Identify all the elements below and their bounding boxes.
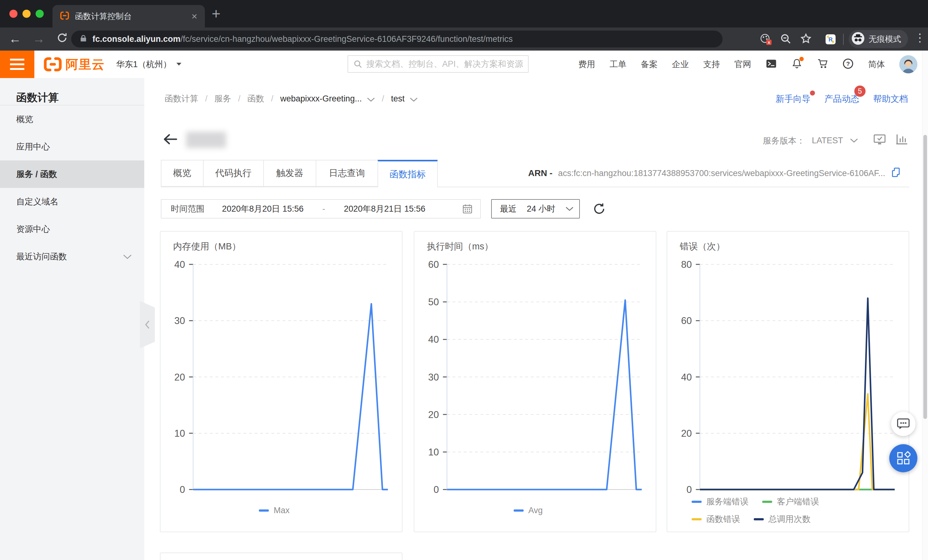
legend-swatch: [762, 501, 772, 503]
region-label: 华东1（杭州）: [116, 59, 171, 70]
chevron-down-icon[interactable]: [367, 95, 375, 104]
apps-shortcut-button[interactable]: [889, 444, 917, 472]
quick-range-select[interactable]: 最近 24 小时: [491, 199, 580, 218]
nav-item-website[interactable]: 官网: [734, 59, 751, 70]
sidebar-item-app-center[interactable]: 应用中心: [0, 133, 144, 160]
tab-function-metrics[interactable]: 函数指标: [377, 160, 438, 187]
breadcrumb-service[interactable]: 服务: [215, 93, 231, 104]
help-icon[interactable]: ?: [843, 58, 854, 70]
macos-minimize-button[interactable]: [23, 10, 31, 18]
aliyun-logo[interactable]: 阿里云: [43, 50, 105, 78]
browser-back-icon[interactable]: ←: [9, 32, 21, 46]
main-content: 函数计算 / 服务 / 函数 / webapixxx-Greeting... /…: [144, 78, 928, 560]
chart-title: 错误（次）: [680, 240, 725, 253]
macos-close-button[interactable]: [9, 10, 17, 18]
chart-title: 内存使用（MB）: [173, 240, 241, 253]
breadcrumb-function[interactable]: 函数: [247, 93, 264, 104]
legend-item[interactable]: 客户端错误: [762, 496, 819, 507]
nav-item-tickets[interactable]: 工单: [609, 59, 626, 70]
svg-text:40: 40: [681, 372, 691, 383]
bookmark-star-icon[interactable]: [800, 33, 812, 46]
legend-swatch: [514, 510, 524, 512]
search-icon: [353, 59, 363, 69]
page-scrollbar-track[interactable]: [922, 50, 928, 560]
tab-code-execution[interactable]: 代码执行: [203, 160, 264, 187]
svg-text:0: 0: [433, 484, 439, 495]
user-avatar[interactable]: [899, 55, 917, 73]
chevron-down-icon[interactable]: [410, 95, 418, 104]
address-bar[interactable]: fc.console.aliyun.com/fc/service/cn-hang…: [71, 31, 722, 47]
nav-item-support[interactable]: 支持: [703, 59, 720, 70]
search-placeholder: 搜索文档、控制台、API、解决方案和资源: [366, 58, 523, 70]
feedback-chat-button[interactable]: [891, 412, 916, 436]
service-version-value[interactable]: LATEST: [812, 136, 843, 145]
cloudshell-icon[interactable]: [766, 58, 777, 70]
sidebar-item-custom-domains[interactable]: 自定义域名: [0, 188, 144, 215]
browser-menu-icon[interactable]: ⋮: [914, 31, 925, 44]
svg-text:x: x: [768, 40, 770, 45]
nav-item-icp[interactable]: 备案: [641, 59, 658, 70]
time-range-end: 2020年8月21日 15:56: [344, 203, 425, 214]
monitor-check-icon[interactable]: [873, 134, 886, 148]
page-scrollbar-thumb[interactable]: [923, 135, 927, 419]
nav-item-enterprise[interactable]: 企业: [672, 59, 689, 70]
sidebar-item-resource-center[interactable]: 资源中心: [0, 215, 144, 243]
browser-forward-icon[interactable]: →: [32, 32, 45, 46]
legend-item[interactable]: 服务端错误: [691, 496, 748, 507]
page-body: 函数计算 概览 应用中心 服务 / 函数 自定义域名 资源中心 最近访问函数 函…: [0, 78, 928, 560]
time-range-start: 2020年8月20日 15:56: [222, 203, 304, 214]
arn-row: ARN - acs:fc:cn-hangzhou:181377438895370…: [528, 160, 901, 187]
svg-text:20: 20: [174, 372, 185, 383]
zoom-icon[interactable]: [780, 33, 792, 46]
svg-text:60: 60: [681, 315, 691, 326]
extension-palette-icon[interactable]: x: [759, 33, 772, 47]
tab-triggers[interactable]: 触发器: [263, 160, 316, 187]
language-switch[interactable]: 简体: [868, 59, 885, 70]
products-menu-button[interactable]: [0, 50, 34, 78]
link-help-docs[interactable]: 帮助文档: [873, 93, 908, 105]
time-range-picker[interactable]: 时间范围 2020年8月20日 15:56 - 2020年8月21日 15:56: [161, 199, 481, 218]
tab-close-icon[interactable]: ×: [191, 11, 197, 21]
svg-text:20: 20: [428, 409, 439, 420]
region-selector[interactable]: 华东1（杭州）: [116, 50, 182, 78]
extension-recorder-icon[interactable]: R: [825, 34, 836, 46]
sidebar-title: 函数计算: [0, 78, 144, 105]
chevron-down-icon[interactable]: [850, 138, 858, 143]
sidebar-item-overview[interactable]: 概览: [0, 105, 144, 133]
sidebar-item-services-functions[interactable]: 服务 / 函数: [0, 160, 144, 188]
legend-label: Max: [273, 506, 290, 515]
link-beginner-guide[interactable]: 新手向导: [775, 93, 810, 105]
incognito-label: 无痕模式: [868, 34, 901, 45]
copy-icon[interactable]: [891, 167, 901, 180]
browser-reload-icon[interactable]: [56, 32, 68, 47]
browser-tab[interactable]: 函数计算控制台 ×: [52, 5, 205, 27]
legend-label: 总调用次数: [768, 513, 810, 525]
tab-overview[interactable]: 概览: [161, 160, 204, 187]
cart-icon[interactable]: [817, 58, 828, 70]
legend-item[interactable]: Max: [259, 506, 290, 515]
notifications-bell-icon[interactable]: [791, 58, 803, 70]
legend-item[interactable]: 总调用次数: [754, 513, 810, 525]
macos-zoom-button[interactable]: [36, 10, 44, 18]
svg-text:R: R: [829, 37, 833, 43]
refresh-icon[interactable]: [593, 202, 606, 215]
console-search-input[interactable]: 搜索文档、控制台、API、解决方案和资源: [348, 55, 529, 73]
svg-text:60: 60: [428, 259, 439, 270]
legend-item[interactable]: Avg: [514, 506, 543, 515]
sidebar-item-recent-functions[interactable]: 最近访问函数: [0, 243, 144, 270]
legend-swatch: [259, 510, 269, 512]
breadcrumb-function-name[interactable]: test: [391, 94, 404, 104]
breadcrumb-fc[interactable]: 函数计算: [165, 93, 198, 104]
legend-swatch: [691, 518, 702, 520]
bar-chart-icon[interactable]: [896, 134, 908, 148]
calendar-icon[interactable]: [462, 203, 473, 214]
link-product-news[interactable]: 产品动态5: [824, 93, 859, 105]
chart-legend: Avg: [414, 506, 656, 515]
breadcrumb-service-name[interactable]: webapixxx-Greeting...: [281, 94, 362, 104]
legend-item[interactable]: 函数错误: [691, 513, 740, 525]
new-tab-icon[interactable]: +: [212, 6, 220, 21]
back-arrow-icon[interactable]: [163, 134, 177, 146]
tab-log-query[interactable]: 日志查询: [316, 160, 378, 187]
nav-item-billing[interactable]: 费用: [578, 59, 595, 70]
svg-text:10: 10: [174, 428, 185, 439]
